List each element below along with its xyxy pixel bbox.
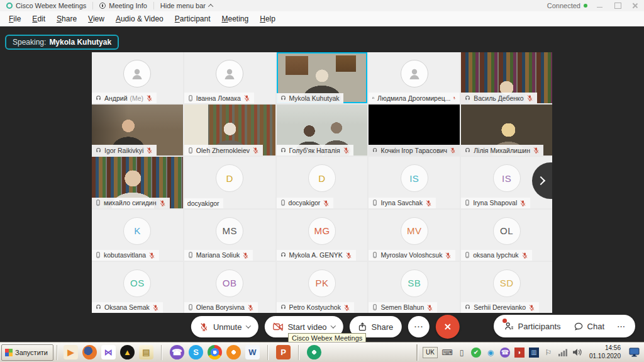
participant-tile[interactable]: OL oksana lypchuk	[461, 210, 552, 261]
taskbar-app-file-manager[interactable]: ▤	[139, 345, 153, 359]
tray-viber-tray-icon[interactable]: ☎	[500, 348, 510, 358]
minimize-button[interactable]	[596, 3, 604, 9]
muted-mic-icon	[323, 199, 330, 207]
participant-name-label: Petro Kostyuchok	[277, 302, 354, 313]
taskbar-app-powerpoint[interactable]: P	[276, 345, 291, 359]
divider	[267, 345, 269, 360]
participant-name: михайло сигидин	[104, 199, 157, 206]
participant-tile[interactable]: Людмила Дрогомирец...	[369, 52, 460, 103]
tray-flag-icon[interactable]: ⚐	[543, 348, 553, 358]
participant-tile[interactable]: OB Olena Borysivna	[184, 262, 275, 313]
chat-button[interactable]: Chat	[567, 315, 611, 337]
muted-mic-icon	[345, 251, 352, 259]
taskbar-app-media-player[interactable]: ▶	[64, 345, 78, 359]
participant-tile[interactable]: SB Semen Blahun	[369, 262, 460, 313]
taskbar-app-skype[interactable]: S	[189, 345, 203, 359]
avatar-initials: D	[226, 173, 233, 184]
participant-tile[interactable]: михайло сигидин	[92, 157, 183, 208]
muted-mic-icon	[425, 199, 432, 207]
unmute-button[interactable]: Unmute	[191, 316, 258, 337]
menu-item-audio-video[interactable]: Audio & Video	[111, 13, 169, 25]
menu-item-participant[interactable]: Participant	[170, 13, 216, 25]
participant-tile[interactable]: MG Mykola A. GENYK	[277, 210, 368, 261]
maximize-button[interactable]	[614, 3, 621, 9]
taskbar-app-word[interactable]: W	[245, 345, 260, 359]
phone-icon	[372, 251, 378, 259]
participant-tile[interactable]: Андрий (Me)	[92, 52, 183, 103]
participant-tile[interactable]: IS Iryna Savchak	[369, 157, 460, 208]
divider	[161, 345, 162, 360]
chevron-down-icon[interactable]	[245, 323, 250, 328]
muted-mic-icon	[519, 199, 526, 207]
participant-name-label: Mariana Soliuk	[184, 250, 253, 261]
menu-item-help[interactable]: Help	[255, 13, 280, 25]
avatar-initials: MV	[407, 225, 422, 236]
more-panels-button[interactable]: ⋯	[611, 315, 631, 337]
tray-clipboard-icon[interactable]: ▯	[457, 348, 467, 358]
more-options-button[interactable]: ⋯	[408, 316, 429, 337]
participant-tile[interactable]: Mykola Kuhutyak	[277, 52, 368, 103]
taskbar-app-chrome[interactable]	[208, 345, 222, 359]
participant-tile[interactable]: Oleh Zhernokleiev	[184, 105, 275, 156]
muted-mic-icon	[146, 146, 153, 154]
participant-name: docyakigor	[289, 199, 321, 206]
participant-name: Semen Blahun	[380, 303, 424, 311]
participant-tile[interactable]: D docyakigor	[277, 157, 368, 208]
participant-avatar: IS	[493, 164, 521, 192]
menu-item-meeting[interactable]: Meeting	[217, 13, 254, 25]
hide-menu-bar-button[interactable]: Hide menu bar	[154, 0, 219, 11]
participant-tile[interactable]: Іванна Ломака	[184, 52, 275, 103]
participant-tile[interactable]: Лілія Михайлишин	[461, 105, 552, 156]
phone-icon	[372, 199, 378, 206]
menu-item-view[interactable]: View	[83, 13, 109, 25]
participant-tile[interactable]: D docyakigor	[184, 157, 275, 208]
menu-item-file[interactable]: File	[4, 13, 26, 25]
menu-item-share[interactable]: Share	[52, 13, 82, 25]
taskbar-app-browser-orange[interactable]	[226, 345, 241, 359]
phone-icon	[187, 147, 194, 154]
network-signal-icon[interactable]	[558, 348, 568, 358]
participant-tile[interactable]: Голуб'як Наталія	[277, 105, 368, 156]
participant-name-label: Iryna Shapoval	[461, 198, 530, 208]
participant-name-label: Mykola Kuhutyak	[277, 93, 343, 103]
participant-name: Іванна Ломака	[196, 94, 241, 102]
participant-tile[interactable]: K kobutasvitlana	[92, 210, 183, 261]
volume-icon[interactable]	[572, 348, 582, 358]
participant-name: kobutasvitlana	[104, 251, 146, 259]
participant-name: Oleh Zhernokleiev	[196, 147, 250, 154]
avatar-initials: OS	[130, 278, 145, 288]
menu-item-edit[interactable]: Edit	[27, 13, 50, 25]
participant-name-label: Iryna Savchak	[369, 198, 436, 208]
taskbar-app-daemon-tools[interactable]: ▲	[120, 345, 135, 359]
taskbar-app-firefox[interactable]	[82, 345, 97, 359]
headset-icon	[280, 147, 287, 154]
participant-tile[interactable]: Василь Дебенко	[461, 52, 552, 103]
headset-icon	[464, 147, 471, 154]
participant-tile[interactable]: Igor Raikivkyi	[92, 105, 183, 156]
meeting-info-button[interactable]: Meeting Info	[93, 0, 153, 11]
show-desktop-icon[interactable]	[628, 346, 640, 359]
tray-blue-app-icon[interactable]: ▥	[529, 348, 539, 358]
tray-red-app-icon[interactable]: ◗	[514, 348, 525, 358]
participant-tile[interactable]: MS Mariana Soliuk	[184, 210, 275, 261]
participant-tile[interactable]: SD Serhii Derevianko	[461, 262, 552, 313]
leave-meeting-button[interactable]	[435, 315, 459, 339]
participant-tile[interactable]: Кочкін Ігор Тарасович	[369, 105, 460, 156]
tray-input-indicator-icon[interactable]: ⌨	[442, 348, 452, 358]
phone-icon	[95, 199, 101, 206]
start-button[interactable]: Запустити	[1, 344, 53, 361]
participant-tile[interactable]: PK Petro Kostyuchok	[277, 262, 368, 313]
taskbar-app-viber[interactable]: ☎	[170, 345, 184, 359]
tray-eye-icon[interactable]: ◉	[486, 348, 496, 358]
participant-name-label: Oksana Semak	[92, 302, 163, 313]
titlebar: Cisco Webex Meetings Meeting Info Hide m…	[0, 0, 644, 11]
language-indicator[interactable]: UK	[423, 347, 438, 358]
participants-button[interactable]: Participants	[497, 315, 567, 337]
taskbar-app-webex-meetings[interactable]	[307, 345, 321, 359]
participant-tile[interactable]: OS Oksana Semak	[92, 262, 183, 313]
close-button[interactable]	[631, 3, 639, 9]
taskbar-app-kmplayer[interactable]: ⋈	[101, 345, 116, 359]
tray-antivirus-check-icon[interactable]: ✔	[471, 348, 481, 358]
participant-tile[interactable]: MV Myroslav Voloshcsuk	[369, 210, 460, 261]
chevron-down-icon[interactable]	[330, 323, 335, 328]
